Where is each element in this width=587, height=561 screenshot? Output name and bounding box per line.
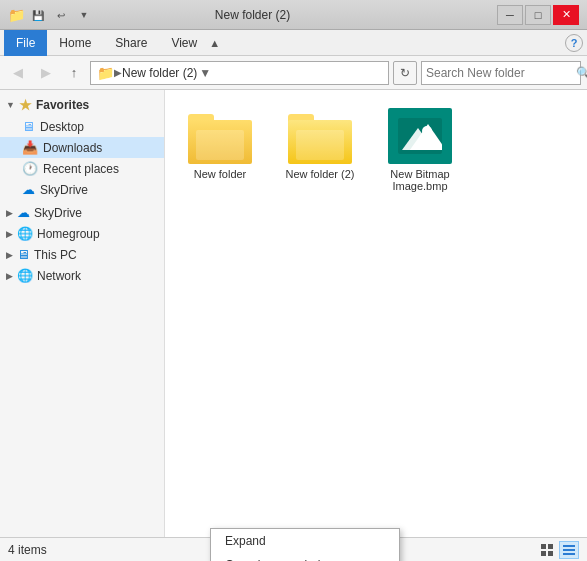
window-controls: ─ □ ✕ [497,5,579,25]
menu-item-open-new[interactable]: Open in new window [211,553,399,561]
help-button[interactable]: ? [565,34,583,52]
address-bar: ◀ ▶ ↑ 📁 ▶ New folder (2) ▼ ↻ 🔍 [0,56,587,90]
path-folder-icon: 📁 [97,65,114,81]
network-label: Network [37,269,81,283]
svg-rect-5 [563,549,575,551]
thispc-expand-icon: ▶ [6,250,13,260]
address-path[interactable]: 📁 ▶ New folder (2) ▼ [90,61,389,85]
up-button[interactable]: ↑ [62,61,86,85]
sidebar-thispc-section[interactable]: ▶ 🖥 This PC [0,244,164,265]
items-count: 4 items [8,543,47,557]
sidebar-skydrive-section[interactable]: ▶ ☁ SkyDrive [0,202,164,223]
bitmap-icon [388,108,452,164]
desktop-icon: 🖥 [22,119,35,134]
window-icon: 📁 [8,7,25,23]
homegroup-icon: 🌐 [17,226,33,241]
ribbon-collapse-btn[interactable]: ▲ [209,37,220,49]
skydrive-section-label: SkyDrive [34,206,82,220]
qa-dropdown-btn[interactable]: ▼ [74,5,94,25]
network-icon: 🌐 [17,268,33,283]
menu-item-expand[interactable]: Expand [211,529,399,553]
view-controls [537,541,579,559]
qa-undo-btn[interactable]: ↩ [51,5,71,25]
desktop-label: Desktop [40,120,84,134]
tab-file[interactable]: File [4,30,47,56]
skydrive-expand-icon: ▶ [6,208,13,218]
folder2-icon [288,108,352,164]
refresh-button[interactable]: ↻ [393,61,417,85]
path-dropdown-icon[interactable]: ▼ [199,66,211,80]
minimize-button[interactable]: ─ [497,5,523,25]
path-chevron: ▶ [114,67,122,78]
sidebar-item-skydrive-fav[interactable]: ☁ SkyDrive [0,179,164,200]
mountain-right [410,132,438,150]
svg-rect-1 [548,544,553,549]
file-content: New folder New folder (2) [165,90,587,537]
downloads-icon: 📥 [22,140,38,155]
search-box[interactable]: 🔍 [421,61,581,85]
detail-view-icon [562,543,576,557]
path-segment-label: New folder (2) [122,66,197,80]
sidebar: ▼ ★ Favorites 🖥 Desktop 📥 Downloads 🕐 Re… [0,90,165,537]
svg-rect-4 [563,545,575,547]
svg-rect-2 [541,551,546,556]
search-icon: 🔍 [576,66,587,80]
recent-icon: 🕐 [22,161,38,176]
file-item-folder2[interactable]: New folder (2) [275,100,365,200]
sidebar-homegroup-section[interactable]: ▶ 🌐 Homegroup [0,223,164,244]
forward-button[interactable]: ▶ [34,61,58,85]
detail-view-btn[interactable] [559,541,579,559]
back-button[interactable]: ◀ [6,61,30,85]
qa-save-btn[interactable]: 💾 [28,5,48,25]
folder1-icon [188,108,252,164]
sidebar-item-desktop[interactable]: 🖥 Desktop [0,116,164,137]
sidebar-network-section[interactable]: ▶ 🌐 Network [0,265,164,286]
tab-share[interactable]: Share [103,30,159,56]
skydrive-section-icon: ☁ [17,205,30,220]
quick-access-toolbar: 📁 💾 ↩ ▼ [8,5,94,25]
recent-label: Recent places [43,162,119,176]
close-button[interactable]: ✕ [553,5,579,25]
search-input[interactable] [426,66,576,80]
expand-icon: ▼ [6,100,15,110]
tab-view[interactable]: View [159,30,209,56]
file-item-folder1[interactable]: New folder [175,100,265,200]
homegroup-expand-icon: ▶ [6,229,13,239]
favorites-label: Favorites [36,98,89,112]
network-expand-icon: ▶ [6,271,13,281]
tab-home[interactable]: Home [47,30,103,56]
icon-view-btn[interactable] [537,541,557,559]
bitmap-mountains [402,122,438,150]
sidebar-favorites-header[interactable]: ▼ ★ Favorites [0,94,164,116]
file-item-bitmap[interactable]: New Bitmap Image.bmp [375,100,465,200]
bitmap-name: New Bitmap Image.bmp [383,168,457,192]
folder1-name: New folder [194,168,247,180]
ribbon-tabs: File Home Share View ▲ ? [0,30,587,56]
main-area: ▼ ★ Favorites 🖥 Desktop 📥 Downloads 🕐 Re… [0,90,587,537]
svg-rect-0 [541,544,546,549]
svg-rect-6 [563,553,575,555]
thispc-icon: 🖥 [17,247,30,262]
sidebar-item-recent[interactable]: 🕐 Recent places [0,158,164,179]
downloads-label: Downloads [43,141,102,155]
star-icon: ★ [19,97,32,113]
skydrive-fav-label: SkyDrive [40,183,88,197]
homegroup-label: Homegroup [37,227,100,241]
context-menu-panel: Expand Open in new window View problems … [210,528,400,561]
icon-view-icon [540,543,554,557]
thispc-label: This PC [34,248,77,262]
folder2-name: New folder (2) [285,168,354,180]
title-bar: 📁 💾 ↩ ▼ New folder (2) ─ □ ✕ [0,0,587,30]
sidebar-section-favorites: ▼ ★ Favorites 🖥 Desktop 📥 Downloads 🕐 Re… [0,94,164,200]
sidebar-item-downloads[interactable]: 📥 Downloads [0,137,164,158]
svg-rect-3 [548,551,553,556]
restore-button[interactable]: □ [525,5,551,25]
skydrive-fav-icon: ☁ [22,182,35,197]
